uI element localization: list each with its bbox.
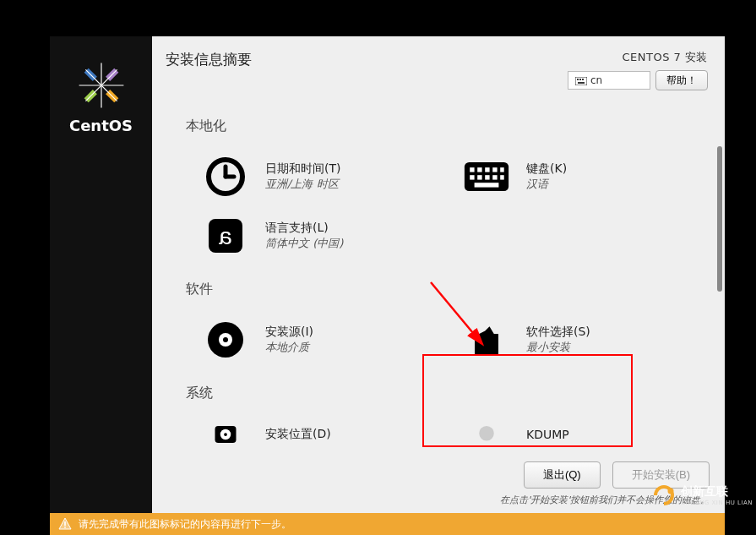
svg-rect-21	[500, 167, 504, 172]
scrollbar-thumb[interactable]	[717, 146, 722, 292]
category-title-localization: 本地化	[186, 117, 708, 135]
page-title: 安装信息摘要	[166, 50, 252, 90]
package-icon	[464, 317, 509, 363]
svg-point-32	[223, 337, 228, 342]
svg-point-40	[668, 489, 674, 494]
spoke-software-selection-title: 软件选择(S)	[526, 325, 590, 340]
svg-rect-27	[475, 183, 499, 187]
spoke-install-destination[interactable]: 安装位置(D)	[193, 414, 447, 455]
spoke-language[interactable]: a 语言支持(L) 简体中文 (中国)	[193, 206, 447, 265]
sidebar: CentOS	[50, 36, 152, 513]
spoke-language-title: 语言支持(L)	[265, 221, 343, 236]
svg-rect-23	[477, 175, 481, 179]
svg-rect-12	[578, 82, 585, 84]
sidebar-brand-label: CentOS	[69, 117, 133, 134]
svg-rect-39	[64, 527, 66, 528]
main-panel: 安装信息摘要 CENTOS 7 安装 cn 帮助！	[152, 36, 725, 513]
spoke-datetime-title: 日期和时间(T)	[265, 161, 340, 177]
svg-rect-22	[470, 175, 474, 179]
warning-icon	[58, 517, 72, 531]
spoke-software-selection[interactable]: 软件选择(S) 最小安装	[454, 310, 708, 369]
centos-logo-icon	[76, 60, 127, 113]
spoke-install-source[interactable]: 安装源(I) 本地介质	[193, 310, 447, 369]
watermark: 创新互联 CHUANG XIN HU LIAN	[652, 484, 753, 506]
svg-rect-26	[500, 175, 504, 179]
spoke-keyboard-sub: 汉语	[526, 177, 567, 192]
svg-point-36	[479, 426, 494, 441]
keyboard-mini-icon	[575, 76, 587, 85]
scrollbar[interactable]	[717, 146, 722, 366]
disc-icon	[203, 317, 248, 363]
language-icon: a	[203, 213, 248, 259]
watermark-logo-icon	[652, 484, 677, 506]
svg-rect-24	[485, 175, 489, 179]
spoke-kdump-title: KDUMP	[526, 428, 569, 441]
spoke-install-source-title: 安装源(I)	[265, 325, 313, 340]
keyboard-icon	[464, 154, 509, 199]
quit-button[interactable]: 退出(Q)	[524, 461, 601, 489]
svg-rect-8	[575, 77, 587, 85]
spoke-datetime[interactable]: 日期和时间(T) 亚洲/上海 时区	[193, 147, 447, 206]
svg-rect-9	[577, 79, 579, 80]
watermark-brand: 创新互联	[681, 484, 753, 500]
header: 安装信息摘要 CENTOS 7 安装 cn 帮助！	[152, 36, 725, 97]
spoke-kdump[interactable]: KDUMP	[454, 414, 708, 455]
svg-rect-19	[485, 167, 489, 172]
warning-bar[interactable]: 请先完成带有此图标标记的内容再进行下一步。	[50, 513, 725, 535]
category-title-system: 系统	[186, 385, 708, 402]
help-button[interactable]: 帮助！	[655, 70, 708, 90]
distro-title: CENTOS 7 安装	[568, 50, 708, 65]
spoke-language-sub: 简体中文 (中国)	[265, 236, 343, 251]
svg-rect-38	[64, 521, 66, 526]
svg-rect-25	[492, 175, 497, 179]
svg-text:a: a	[219, 223, 232, 249]
footer-note: 在点击'开始安装'按钮前我们并不会操作您的磁盘。	[167, 494, 710, 506]
watermark-sub: CHUANG XIN HU LIAN	[681, 500, 753, 506]
keyboard-lang-label: cn	[590, 74, 602, 86]
svg-rect-20	[492, 167, 497, 172]
category-title-software: 软件	[186, 281, 708, 298]
spoke-keyboard[interactable]: 键盘(K) 汉语	[454, 147, 708, 206]
keyboard-layout-indicator[interactable]: cn	[568, 71, 650, 90]
clock-icon	[203, 154, 248, 199]
svg-rect-17	[470, 167, 474, 172]
spoke-install-source-sub: 本地介质	[265, 340, 313, 355]
spoke-install-destination-title: 安装位置(D)	[265, 427, 331, 442]
svg-point-35	[224, 433, 227, 436]
spoke-software-selection-sub: 最小安装	[526, 340, 590, 355]
warning-text: 请先完成带有此图标标记的内容再进行下一步。	[79, 517, 291, 532]
svg-rect-10	[579, 79, 581, 80]
svg-rect-18	[477, 167, 481, 172]
spoke-datetime-sub: 亚洲/上海 时区	[265, 177, 340, 192]
footer: 退出(Q) 开始安装(B) 在点击'开始安装'按钮前我们并不会操作您的磁盘。	[152, 456, 725, 513]
summary-body: 本地化 日期和时间(T) 亚洲/上海 时区	[152, 97, 725, 456]
svg-rect-11	[582, 79, 584, 80]
kdump-icon	[464, 421, 509, 448]
spoke-keyboard-title: 键盘(K)	[526, 161, 567, 177]
disk-icon	[203, 421, 248, 448]
